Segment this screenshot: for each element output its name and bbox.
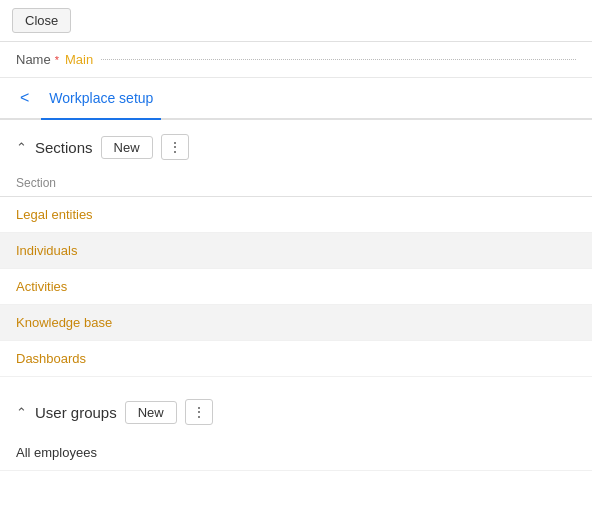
close-button[interactable]: Close [12, 8, 71, 33]
top-bar: Close [0, 0, 592, 42]
section-row-knowledge-base[interactable]: Knowledge base [0, 305, 592, 341]
sections-column-header: Section [0, 170, 592, 197]
sections-title: Sections [35, 139, 93, 156]
user-groups-header: ⌃ User groups New ⋮ [0, 385, 592, 435]
user-groups-chevron-icon[interactable]: ⌃ [16, 405, 27, 420]
name-dotted-line [101, 59, 576, 60]
user-group-row-all-employees[interactable]: All employees [0, 435, 592, 471]
user-groups-section: ⌃ User groups New ⋮ All employees [0, 385, 592, 471]
sections-new-button[interactable]: New [101, 136, 153, 159]
sections-header: ⌃ Sections New ⋮ [0, 120, 592, 170]
sections-more-button[interactable]: ⋮ [161, 134, 189, 160]
sections-chevron-icon[interactable]: ⌃ [16, 140, 27, 155]
section-row-dashboards[interactable]: Dashboards [0, 341, 592, 377]
tab-workplace-setup[interactable]: Workplace setup [41, 78, 161, 120]
tab-area: < Workplace setup [0, 78, 592, 120]
section-row-individuals[interactable]: Individuals [0, 233, 592, 269]
required-star: * [55, 54, 59, 66]
name-row: Name * Main [0, 42, 592, 78]
user-groups-more-button[interactable]: ⋮ [185, 399, 213, 425]
content-area: ⌃ Sections New ⋮ Section Legal entities … [0, 120, 592, 471]
name-label: Name [16, 52, 51, 67]
name-value: Main [65, 52, 93, 67]
user-groups-title: User groups [35, 404, 117, 421]
back-arrow-icon[interactable]: < [16, 79, 33, 117]
section-row-activities[interactable]: Activities [0, 269, 592, 305]
section-row-legal-entities[interactable]: Legal entities [0, 197, 592, 233]
user-groups-new-button[interactable]: New [125, 401, 177, 424]
